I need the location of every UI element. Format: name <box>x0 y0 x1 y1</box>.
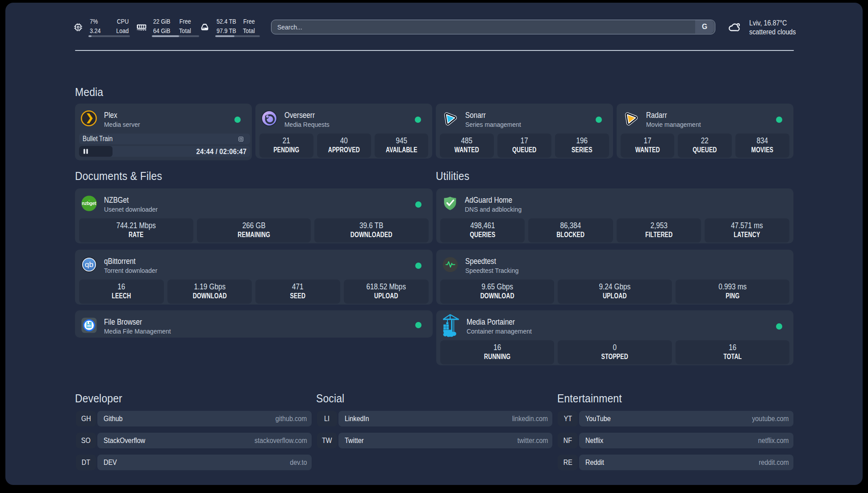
svg-text:nzbget: nzbget <box>82 201 96 206</box>
svg-text:qb: qb <box>85 260 93 269</box>
